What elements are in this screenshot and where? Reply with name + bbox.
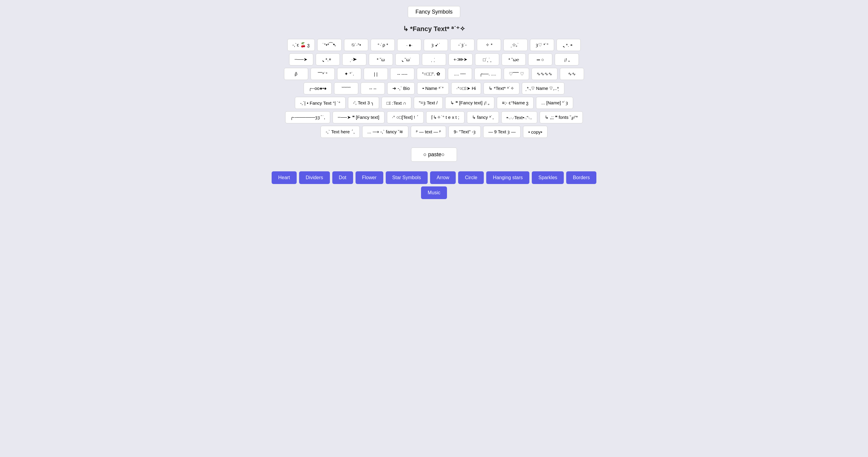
page-title: Fancy Symbols bbox=[415, 9, 453, 15]
category-tabs: HeartDividersDotFlowerStar SymbolsArrowC… bbox=[268, 171, 600, 199]
page-title-button[interactable]: Fancy Symbols bbox=[408, 6, 460, 18]
symbol-button-42[interactable]: -', Text 3 ╮ bbox=[348, 97, 379, 109]
symbol-button-5[interactable]: ȝ ➹˙ bbox=[424, 39, 448, 51]
symbol-button-44[interactable]: "=ȝ Text / bbox=[414, 97, 443, 109]
symbol-button-43[interactable]: □᷊ :Text ∩ bbox=[381, 97, 411, 109]
symbols-grid: -,`ɛ 🍒 ვ˙°•*⁀➷⦰˙·°•⁺·˙ρ *· ♦·ȝ ➹˙-˙ȝ˙-✧ … bbox=[283, 39, 585, 138]
symbol-button-49[interactable]: ╌──➤ ❝ [Fancy text] bbox=[333, 111, 384, 123]
symbol-button-41[interactable]: -,`| • Fancy Text °| ˙° bbox=[295, 97, 345, 109]
symbol-button-10[interactable]: ᷂ *. ★ bbox=[557, 39, 581, 51]
symbol-button-53[interactable]: •·.·.·Text•·."·.. bbox=[501, 111, 537, 123]
symbol-button-56[interactable]: ... ⟶ -,` fancy ˘≋ bbox=[362, 126, 408, 138]
symbol-button-18[interactable]: □˙˛˙¸ bbox=[475, 54, 499, 65]
symbol-button-52[interactable]: ↳ fancy ᵃ˙, bbox=[467, 111, 499, 123]
symbol-button-47[interactable]: ... [Name] °˙ȝ bbox=[536, 97, 573, 109]
symbol-button-13[interactable]: ᷊·➤ bbox=[342, 54, 366, 65]
symbol-button-33[interactable]: ╭--oo●•● bbox=[304, 83, 332, 94]
symbol-button-32[interactable]: ∿∿ bbox=[560, 68, 584, 80]
symbol-button-55[interactable]: -,` Text here ˊ, bbox=[320, 126, 360, 138]
symbol-button-48[interactable]: ╭--──────ȝȝˊ˙, bbox=[285, 111, 331, 123]
symbol-button-27[interactable]: °○□□°. ✿ bbox=[417, 68, 445, 80]
symbol-button-39[interactable]: ↳ *Text* ᵃ˙✧ bbox=[484, 83, 519, 94]
symbol-button-12[interactable]: ᷂ *.☆ bbox=[316, 54, 340, 65]
symbol-button-17[interactable]: +·⋙➤ bbox=[448, 54, 473, 65]
symbol-button-9[interactable]: ȝ♡ *˙° bbox=[530, 39, 554, 51]
symbol-button-50[interactable]: ·° ○□[Text] ! ˊ bbox=[387, 111, 424, 123]
paste-button[interactable]: ○ paste○ bbox=[411, 148, 457, 162]
symbol-button-1[interactable]: ˙°•*⁀➷ bbox=[317, 39, 342, 51]
symbol-button-46[interactable]: ≡;- ɛ°Name ვ bbox=[497, 97, 534, 109]
symbol-button-34[interactable]: ˘˘˘˘˘˘ bbox=[334, 83, 358, 94]
category-button-sparkles[interactable]: Sparkles bbox=[532, 171, 564, 184]
symbol-button-6[interactable]: -˙ȝ˙- bbox=[450, 39, 474, 51]
symbol-button-23[interactable]: ˜˜˜ᵃ˙° bbox=[311, 68, 335, 80]
symbol-button-16[interactable]: ᷊ ˙᷊ bbox=[422, 54, 446, 65]
symbol-button-2[interactable]: ⦰˙·°• bbox=[344, 39, 368, 51]
symbol-button-51[interactable]: ⌈↳✧˙° t e x t ; bbox=[426, 111, 464, 123]
category-button-hanging-stars[interactable]: Hanging stars bbox=[486, 171, 529, 184]
symbol-button-54[interactable]: ↳ ,;; ❝ fonts ˘℘°* bbox=[539, 111, 583, 123]
symbol-button-11[interactable]: ╌──➤ bbox=[289, 54, 313, 65]
category-button-music[interactable]: Music bbox=[421, 187, 447, 199]
symbol-button-15[interactable]: ᷂ ˘ω˙ bbox=[395, 54, 420, 65]
symbol-button-24[interactable]: ✦ °˙. bbox=[337, 68, 361, 80]
category-button-borders[interactable]: Borders bbox=[566, 171, 596, 184]
symbol-button-31[interactable]: ∿∿∿∿ bbox=[531, 68, 557, 80]
symbol-button-45[interactable]: ↳ ❝ [Fancy text] ¡! „ bbox=[445, 97, 494, 109]
symbol-button-60[interactable]: • copy• bbox=[523, 126, 547, 138]
symbol-button-25[interactable]: | | bbox=[364, 68, 388, 80]
symbol-button-29[interactable]: ╭──. .... bbox=[474, 68, 501, 80]
symbol-button-30[interactable]: ♡˜˜˜˜ ♡ bbox=[504, 68, 529, 80]
subtitle: ↳ *Fancy Text* ᵃ˙⁺✧ bbox=[403, 25, 465, 33]
symbol-button-14[interactable]: * ˘ω bbox=[369, 54, 393, 65]
category-button-heart[interactable]: Heart bbox=[272, 171, 297, 184]
symbol-button-22[interactable]: ρ̈ bbox=[284, 68, 308, 80]
symbol-button-7[interactable]: ✧ * bbox=[477, 39, 501, 51]
symbol-button-4[interactable]: · ♦· bbox=[397, 39, 421, 51]
category-button-circle[interactable]: Circle bbox=[458, 171, 484, 184]
symbol-button-26[interactable]: -- ---- bbox=[390, 68, 414, 80]
symbol-button-28[interactable]: .... ╌╌ bbox=[448, 68, 472, 80]
symbol-button-38[interactable]: ·°○□᷊➤ Hi bbox=[451, 83, 481, 94]
symbol-button-3[interactable]: ⁺·˙ρ * bbox=[371, 39, 395, 51]
category-button-dot[interactable]: Dot bbox=[332, 171, 353, 184]
symbol-button-36[interactable]: ➜ -,` Bio bbox=[387, 83, 415, 94]
symbol-button-8[interactable]: ᷊☆₊˙ bbox=[503, 39, 528, 51]
category-button-star-symbols[interactable]: Star Symbols bbox=[386, 171, 428, 184]
symbol-button-58[interactable]: 9- "Text" -ȝ bbox=[448, 126, 481, 138]
symbol-button-19[interactable]: * ˘ω℮ bbox=[502, 54, 526, 65]
symbol-button-20[interactable]: ═ ○ bbox=[528, 54, 552, 65]
symbol-button-35[interactable]: -- -- bbox=[361, 83, 385, 94]
category-button-flower[interactable]: Flower bbox=[355, 171, 383, 184]
category-button-arrow[interactable]: Arrow bbox=[430, 171, 456, 184]
symbol-button-21[interactable]: ¡! „ bbox=[555, 54, 579, 65]
symbol-button-57[interactable]: ᵖ — text — ᵖ bbox=[411, 126, 446, 138]
symbol-button-40[interactable]: ᷊*.,♡ Name ♡,..*᷊ bbox=[522, 83, 564, 94]
symbol-button-0[interactable]: -,`ɛ 🍒 ვ bbox=[287, 39, 315, 51]
category-button-dividers[interactable]: Dividers bbox=[299, 171, 330, 184]
symbol-button-59[interactable]: — 9 Text ȝ — bbox=[483, 126, 521, 138]
symbol-button-37[interactable]: • Name ᵃ˙° bbox=[417, 83, 449, 94]
